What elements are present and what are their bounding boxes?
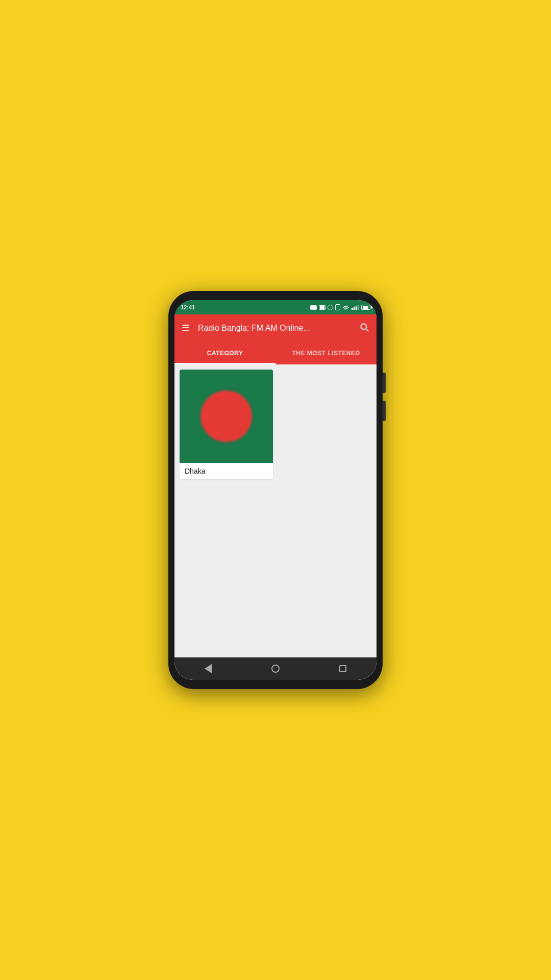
nav-home-button[interactable]: [266, 659, 285, 678]
nav-bar: [174, 657, 377, 680]
notification-icon-3: [328, 305, 333, 310]
wifi-icon: [342, 305, 349, 310]
app-title: Radio Bangla: FM AM Online...: [198, 324, 359, 333]
notification-icon-2: [319, 305, 325, 310]
nav-back-button[interactable]: [199, 659, 217, 678]
recent-icon: [339, 665, 346, 672]
tab-most-listened[interactable]: THE MOST LISTENED: [276, 342, 377, 364]
dhaka-card[interactable]: Dhaka: [180, 370, 273, 479]
bangladesh-flag-circle: [201, 390, 252, 442]
tab-bar: CATEGORY THE MOST LISTENED: [174, 342, 377, 364]
nav-recent-button[interactable]: [334, 659, 352, 678]
status-time: 12:41: [181, 304, 195, 310]
category-grid: Dhaka: [180, 370, 371, 479]
tab-category[interactable]: CATEGORY: [174, 342, 276, 364]
battery-icon: [361, 305, 370, 310]
dhaka-card-image: [180, 370, 273, 463]
sim-icon: [335, 304, 340, 310]
signal-icon: [352, 305, 359, 310]
status-bar: 12:41: [174, 300, 377, 314]
phone-screen: 12:41: [174, 300, 377, 680]
home-icon: [271, 665, 280, 673]
phone-device: 12:41: [168, 291, 383, 689]
menu-icon[interactable]: ☰: [182, 324, 190, 333]
content-area: Dhaka: [174, 364, 377, 657]
status-icons: [310, 304, 370, 310]
app-bar: ☰ Radio Bangla: FM AM Online...: [174, 314, 377, 342]
back-icon: [205, 664, 212, 673]
svg-line-1: [366, 328, 368, 331]
notification-icon-1: [310, 305, 317, 310]
search-icon[interactable]: [359, 322, 369, 335]
dhaka-card-label: Dhaka: [180, 463, 273, 479]
